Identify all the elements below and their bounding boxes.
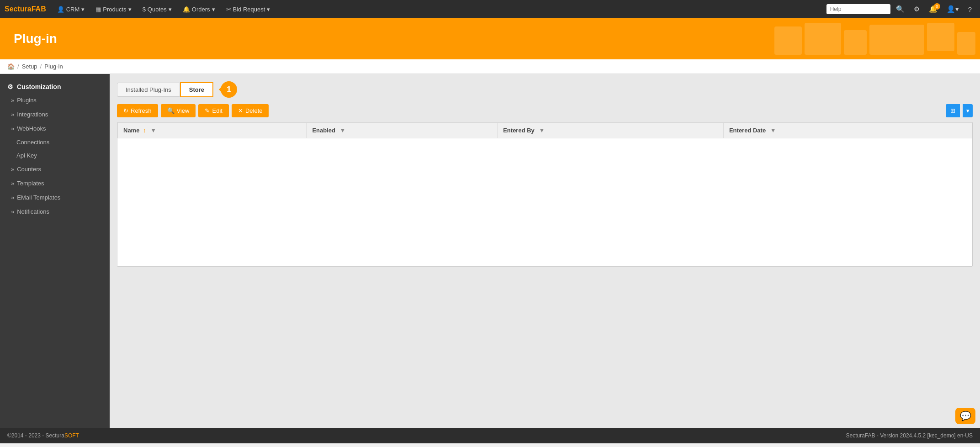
sidebar-plugins-label: Plugins <box>17 97 37 104</box>
sidebar-item-integrations[interactable]: » Integrations <box>0 107 110 121</box>
connections-label: Connections <box>16 139 49 146</box>
name-filter-icon[interactable]: ▼ <box>150 127 156 134</box>
chevron-right-icon-5: » <box>11 180 14 187</box>
sidebar-integrations-label: Integrations <box>17 111 48 118</box>
nav-products-label: Products <box>103 6 126 13</box>
footer-brand-orange: SOFT <box>64 432 79 439</box>
plugin-tabs: Installed Plug-Ins Store 1 <box>117 81 973 98</box>
api-key-label: Api Key <box>16 152 37 159</box>
footer-version: SecturaFAB - Version 2024.4.5.2 [kec_dem… <box>846 432 973 439</box>
col-name: Name ↑ ▼ <box>118 123 307 138</box>
entered-by-filter-icon[interactable]: ▼ <box>539 127 545 134</box>
grid-icon-btn: ⊞ <box>950 107 955 114</box>
col-enabled: Enabled ▼ <box>307 123 498 138</box>
col-entered-by: Entered By ▼ <box>498 123 724 138</box>
grid-view-button[interactable]: ⊞ <box>946 104 960 117</box>
plugins-table: Name ↑ ▼ Enabled ▼ Entered By ▼ <box>117 122 972 266</box>
chat-icon: 💬 <box>960 410 971 421</box>
nav-quotes-label: Quotes <box>148 6 167 13</box>
enabled-filter-icon[interactable]: ▼ <box>340 127 346 134</box>
sidebar-item-api-key[interactable]: Api Key <box>0 149 110 162</box>
sidebar-counters-label: Counters <box>17 166 41 173</box>
content-area: Installed Plug-Ins Store 1 ↻ Refresh 🔍 V… <box>110 74 980 428</box>
chevron-right-icon-3: » <box>11 125 14 132</box>
delete-icon: ✕ <box>238 107 243 114</box>
sidebar-item-connections[interactable]: Connections <box>0 136 110 149</box>
page-title: Plug-in <box>14 32 57 46</box>
home-icon[interactable]: 🏠 <box>7 63 15 70</box>
nav-quotes[interactable]: $ Quotes▾ <box>138 3 176 16</box>
nav-bid-label: Bid Request <box>233 6 265 13</box>
sidebar-item-counters[interactable]: » Counters <box>0 162 110 176</box>
bell-icon: 🔔 <box>183 6 190 13</box>
notification-badge: 0 <box>934 3 940 10</box>
view-button[interactable]: 🔍 View <box>161 104 196 117</box>
person-icon: 👤 <box>57 6 64 13</box>
sidebar: ⚙ Customization » Plugins » Integrations… <box>0 74 110 428</box>
sidebar-item-email-templates[interactable]: » EMail Templates <box>0 190 110 205</box>
brand-logo[interactable]: SecturaFAB <box>5 5 46 13</box>
refresh-label: Refresh <box>131 107 152 114</box>
edit-icon: ✎ <box>205 107 210 114</box>
breadcrumb-setup[interactable]: Setup <box>22 63 37 70</box>
col-enabled-label: Enabled <box>312 127 335 134</box>
sidebar-section-label: Customization <box>17 83 61 90</box>
gear-icon: ⚙ <box>7 83 13 90</box>
sidebar-webhooks-label: WebHooks <box>17 125 46 132</box>
empty-row <box>118 138 972 266</box>
col-entered-date-label: Entered Date <box>729 127 766 134</box>
sidebar-item-templates[interactable]: » Templates <box>0 176 110 190</box>
nav-products[interactable]: ▦ Products▾ <box>91 3 136 16</box>
settings-icon[interactable]: ⚙ <box>910 2 923 16</box>
nav-orders[interactable]: 🔔 Orders▾ <box>178 3 220 16</box>
dollar-icon: $ <box>143 6 146 13</box>
sort-asc-icon[interactable]: ↑ <box>143 127 146 134</box>
notifications-icon[interactable]: 🔔 0 <box>925 2 941 16</box>
tab-store[interactable]: Store <box>180 82 213 97</box>
edit-button[interactable]: ✎ Edit <box>198 104 228 117</box>
banner-decoration <box>770 18 980 59</box>
chat-button[interactable]: 💬 <box>955 408 975 424</box>
col-name-label: Name <box>123 127 139 134</box>
breadcrumb-sep1: / <box>17 63 19 70</box>
col-entered-date: Entered Date ▼ <box>723 123 972 138</box>
page-banner: Plug-in <box>0 18 980 59</box>
main-layout: ⚙ Customization » Plugins » Integrations… <box>0 74 980 428</box>
footer: ©2014 - 2023 - SecturaSOFT SecturaFAB - … <box>0 428 980 443</box>
sidebar-item-plugins[interactable]: » Plugins <box>0 93 110 107</box>
refresh-icon: ↻ <box>123 107 128 114</box>
delete-button[interactable]: ✕ Delete <box>232 104 269 117</box>
nav-crm-label: CRM <box>66 6 80 13</box>
table-wrapper: Name ↑ ▼ Enabled ▼ Entered By ▼ <box>117 122 973 267</box>
sidebar-item-notifications[interactable]: » Notifications <box>0 205 110 219</box>
chevron-right-icon-4: » <box>11 166 14 173</box>
chevron-right-icon-7: » <box>11 208 14 215</box>
copyright-text: ©2014 - 2023 - Sectura <box>7 432 64 439</box>
edit-label: Edit <box>212 107 222 114</box>
sidebar-item-webhooks[interactable]: » WebHooks <box>0 121 110 136</box>
nav-orders-label: Orders <box>192 6 210 13</box>
sidebar-templates-label: Templates <box>17 180 44 187</box>
chevron-right-icon: » <box>11 97 14 104</box>
search-icon[interactable]: 🔍 <box>892 2 908 16</box>
entered-date-filter-icon[interactable]: ▼ <box>770 127 776 134</box>
chevron-right-icon-6: » <box>11 194 14 201</box>
sidebar-notifications-label: Notifications <box>17 208 49 215</box>
user-menu[interactable]: 👤▾ <box>943 2 963 16</box>
nav-bid-request[interactable]: ✂ Bid Request▾ <box>222 3 275 16</box>
delete-label: Delete <box>245 107 263 114</box>
sidebar-section-customization: ⚙ Customization <box>0 79 110 93</box>
table-header: Name ↑ ▼ Enabled ▼ Entered By ▼ <box>118 123 972 138</box>
table-body <box>118 138 972 266</box>
bid-icon: ✂ <box>226 6 231 13</box>
nav-crm[interactable]: 👤 CRM▾ <box>53 3 90 16</box>
help-input[interactable] <box>826 4 890 14</box>
refresh-button[interactable]: ↻ Refresh <box>117 104 158 117</box>
breadcrumb-sep2: / <box>40 63 42 70</box>
help-icon[interactable]: ? <box>964 3 975 16</box>
balloon-number: 1 <box>227 85 231 95</box>
top-nav: SecturaFAB 👤 CRM▾ ▦ Products▾ $ Quotes▾ … <box>0 0 980 18</box>
breadcrumb: 🏠 / Setup / Plug-in <box>0 59 980 74</box>
view-dropdown-button[interactable]: ▾ <box>963 104 973 117</box>
tab-installed[interactable]: Installed Plug-Ins <box>117 83 180 97</box>
